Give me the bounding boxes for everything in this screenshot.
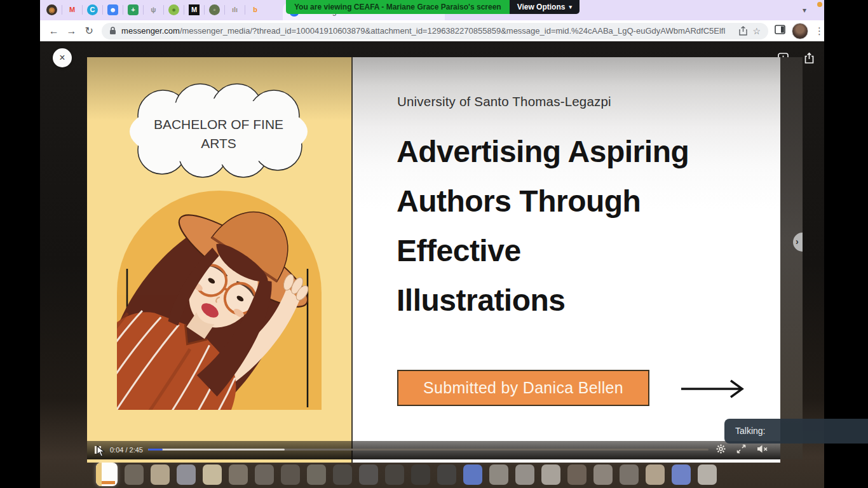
- toolbar-right-group: ⋮: [775, 23, 824, 39]
- media-thumbnail[interactable]: [125, 464, 144, 485]
- media-thumbnail[interactable]: [359, 464, 378, 485]
- pinned-tab-separator: [163, 5, 164, 15]
- profile-avatar[interactable]: [792, 23, 808, 39]
- slide-left-panel: BACHELOR OF FINE ARTS: [87, 57, 351, 463]
- media-thumbnail[interactable]: [177, 464, 196, 485]
- next-media-edge: ›: [780, 57, 803, 459]
- view-options-button[interactable]: View Options ▾: [510, 0, 580, 14]
- pinned-tab-separator: [102, 5, 103, 15]
- media-thumbnail[interactable]: [698, 464, 717, 485]
- pinned-tabs-row: ◉MC☻+ψ●M◦ılıb: [46, 4, 261, 15]
- bookmark-star-icon[interactable]: ☆: [752, 26, 761, 36]
- screen-share-banner-text: You are viewing CEAFA - Mariane Grace Pa…: [286, 0, 510, 14]
- browser-menu-icon[interactable]: ⋮: [815, 25, 824, 37]
- media-thumbnail-strip: [96, 463, 717, 486]
- pinned-tab-separator: [82, 5, 83, 15]
- pinned-tab-olive[interactable]: ◦: [209, 4, 220, 15]
- badge-line2: ARTS: [201, 136, 236, 151]
- url-text: messenger.com/messenger_media/?thread_id…: [121, 26, 734, 36]
- lock-icon: [109, 27, 116, 35]
- media-thumbnail[interactable]: [203, 464, 222, 485]
- media-thumbnail[interactable]: [411, 464, 430, 485]
- media-thumbnail[interactable]: [646, 464, 665, 485]
- media-thumbnail[interactable]: [437, 464, 456, 485]
- fullscreen-icon[interactable]: [736, 444, 746, 454]
- mouse-cursor: [96, 445, 105, 460]
- pinned-tab-separator: [143, 5, 144, 15]
- media-thumbnail[interactable]: [567, 464, 587, 485]
- thumb-bottom-bar: [102, 481, 115, 484]
- pinned-tab-separator: [245, 5, 245, 15]
- media-thumbnail[interactable]: [307, 464, 326, 485]
- side-panel-icon[interactable]: [775, 25, 785, 37]
- media-thumbnail[interactable]: [489, 464, 508, 485]
- video-time: 0:04 / 2:45: [110, 446, 143, 454]
- close-media-button[interactable]: ×: [53, 48, 72, 67]
- video-controls-bar: 0:04 / 2:45: [87, 441, 780, 459]
- back-button[interactable]: ←: [45, 25, 63, 37]
- pinned-tab-separator: [224, 5, 225, 15]
- volume-muted-icon[interactable]: [757, 444, 768, 454]
- forward-button[interactable]: →: [63, 25, 81, 37]
- pinned-tab-profile[interactable]: ☻: [107, 4, 118, 15]
- progress-buffered: [148, 449, 285, 451]
- pinned-tab-gmail[interactable]: M: [67, 4, 78, 15]
- slide-arrow-icon: [680, 378, 745, 402]
- screen-share-banner: You are viewing CEAFA - Mariane Grace Pa…: [286, 0, 580, 14]
- browser-toolbar: ← → ↻ messenger.com/messenger_media/?thr…: [40, 20, 824, 41]
- address-bar[interactable]: messenger.com/messenger_media/?thread_id…: [102, 23, 768, 39]
- chevron-down-icon: ▾: [569, 4, 572, 10]
- pinned-tab-canva[interactable]: C: [87, 4, 98, 15]
- tabstrip-chevron-icon[interactable]: ▾: [803, 6, 806, 15]
- pinned-tab-avocado[interactable]: ●: [168, 4, 179, 15]
- media-thumbnail[interactable]: [593, 464, 613, 485]
- media-thumbnail[interactable]: [151, 464, 170, 485]
- pinned-tab-separator: [204, 5, 205, 15]
- media-thumbnail[interactable]: [229, 464, 248, 485]
- chevron-right-icon: ›: [796, 236, 799, 247]
- video-frame[interactable]: BACHELOR OF FINE ARTS: [87, 57, 780, 463]
- media-thumbnail[interactable]: [541, 464, 560, 485]
- pinned-tab-separator: [62, 5, 62, 15]
- media-thumbnail[interactable]: [255, 464, 274, 485]
- badge-line1: BACHELOR OF FINE: [154, 117, 283, 132]
- reload-button[interactable]: ↻: [80, 25, 98, 37]
- messenger-media-viewer: ×: [40, 41, 824, 488]
- submitted-by-label: Submitted by Danica Bellen: [397, 370, 649, 406]
- pinned-tab-equalizer[interactable]: ılı: [229, 4, 240, 15]
- pinned-tab-mic[interactable]: ψ: [148, 4, 159, 15]
- media-thumbnail[interactable]: [463, 464, 482, 485]
- slide-subtitle: University of Santo Thomas-Legazpi: [397, 94, 611, 109]
- pinned-tab-separator: [123, 5, 123, 15]
- pinned-tab-medium[interactable]: M: [189, 4, 200, 15]
- media-thumbnail[interactable]: [620, 464, 639, 485]
- pinned-tab-separator: [184, 5, 184, 15]
- slide-illustration: BACHELOR OF FINE ARTS: [87, 57, 351, 463]
- share-icon[interactable]: [803, 52, 815, 67]
- next-media-button[interactable]: ›: [793, 233, 803, 252]
- settings-gear-icon[interactable]: [716, 444, 726, 454]
- thumb-left-strip: [96, 463, 102, 486]
- progress-played: [148, 449, 163, 451]
- media-thumbnail[interactable]: [515, 464, 534, 485]
- media-thumbnail[interactable]: [672, 464, 691, 485]
- media-thumbnail[interactable]: [333, 464, 352, 485]
- share-page-icon[interactable]: [739, 26, 747, 36]
- slide-title: Advertising Aspiring Authors Through Eff…: [397, 127, 689, 325]
- pinned-tab-sheets[interactable]: +: [128, 4, 139, 15]
- browser-window: ◉MC☻+ψ●M◦ılıb Messenger × + ▾ ← → ↻ mess…: [40, 0, 824, 488]
- media-thumbnail[interactable]: [385, 464, 404, 485]
- media-thumbnail-selected[interactable]: [96, 463, 118, 486]
- recording-dot-icon: [817, 2, 822, 7]
- pinned-tab-b[interactable]: b: [250, 4, 261, 15]
- slide-right-panel: University of Santo Thomas-Legazpi Adver…: [351, 57, 780, 463]
- talking-indicator: Talking:: [724, 419, 868, 444]
- progress-bar[interactable]: [148, 449, 709, 451]
- pinned-tab-emblem[interactable]: ◉: [46, 4, 57, 15]
- media-thumbnail[interactable]: [281, 464, 300, 485]
